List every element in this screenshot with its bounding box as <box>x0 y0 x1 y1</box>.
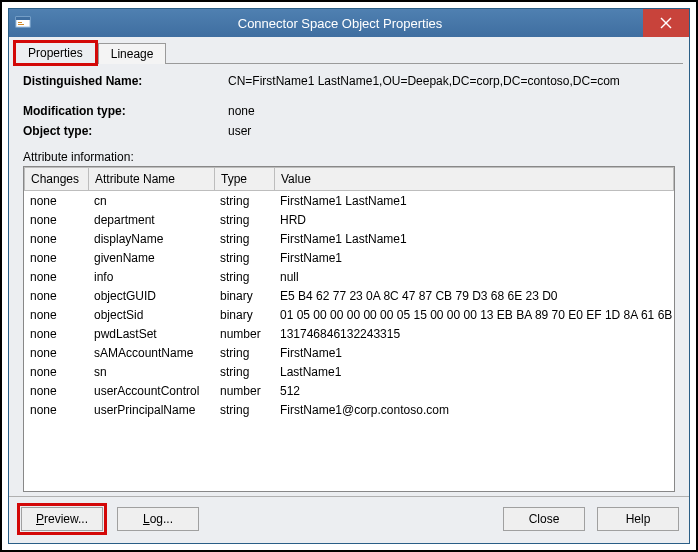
cell-type: string <box>214 267 274 286</box>
table-row[interactable]: nonedepartmentstringHRD <box>24 210 674 229</box>
attribute-info-label: Attribute information: <box>23 150 675 164</box>
cell-value: 512 <box>274 381 674 400</box>
object-type-label: Object type: <box>23 124 228 138</box>
cell-type: string <box>214 210 274 229</box>
attribute-grid[interactable]: Changes Attribute Name Type Value nonecn… <box>23 166 675 492</box>
table-row[interactable]: noneobjectSidbinary01 05 00 00 00 00 00 … <box>24 305 674 324</box>
close-button[interactable]: Close <box>503 507 585 531</box>
cell-value: HRD <box>274 210 674 229</box>
cell-value: FirstName1 <box>274 343 674 362</box>
log-button[interactable]: Log... <box>117 507 199 531</box>
log-button-label-rest: og... <box>150 512 173 526</box>
modification-type-value: none <box>228 104 675 118</box>
table-row-empty <box>24 457 674 476</box>
col-header-type[interactable]: Type <box>215 168 275 191</box>
cell-value: 131746846132243315 <box>274 324 674 343</box>
preview-button-label-rest: review... <box>44 512 88 526</box>
cell-value: 01 05 00 00 00 00 00 05 15 00 00 00 13 E… <box>274 305 674 324</box>
cell-name: displayName <box>88 229 214 248</box>
cell-name: objectGUID <box>88 286 214 305</box>
cell-type: string <box>214 343 274 362</box>
cell-changes: none <box>24 248 88 267</box>
cell-changes: none <box>24 210 88 229</box>
tab-strip: PropertiesLineage <box>15 41 683 64</box>
cell-type: binary <box>214 286 274 305</box>
table-row[interactable]: nonesAMAccountNamestringFirstName1 <box>24 343 674 362</box>
tab-lineage[interactable]: Lineage <box>98 43 167 64</box>
cell-type: string <box>214 362 274 381</box>
cell-name: sAMAccountName <box>88 343 214 362</box>
cell-changes: none <box>24 286 88 305</box>
table-row-empty <box>24 419 674 438</box>
window-title: Connector Space Object Properties <box>37 9 643 37</box>
table-row-empty <box>24 476 674 491</box>
cell-type: number <box>214 381 274 400</box>
cell-name: department <box>88 210 214 229</box>
cell-name: objectSid <box>88 305 214 324</box>
title-bar: Connector Space Object Properties <box>9 9 689 37</box>
table-row[interactable]: nonesnstringLastName1 <box>24 362 674 381</box>
screenshot-frame: Connector Space Object Properties Proper… <box>0 0 698 552</box>
cell-value: LastName1 <box>274 362 674 381</box>
cell-value: E5 B4 62 77 23 0A 8C 47 87 CB 79 D3 68 6… <box>274 286 674 305</box>
col-header-value[interactable]: Value <box>275 168 674 191</box>
cell-name: cn <box>88 191 214 210</box>
cell-value: null <box>274 267 674 286</box>
cell-name: info <box>88 267 214 286</box>
dn-value: CN=FirstName1 LastName1,OU=Deepak,DC=cor… <box>228 74 675 88</box>
preview-button-highlight: Preview... <box>19 505 105 533</box>
cell-value: FirstName1 LastName1 <box>274 191 674 210</box>
table-row-empty <box>24 438 674 457</box>
object-type-value: user <box>228 124 675 138</box>
cell-type: string <box>214 400 274 419</box>
svg-rect-3 <box>18 24 24 25</box>
table-row[interactable]: noneuserPrincipalNamestringFirstName1@co… <box>24 400 674 419</box>
cell-changes: none <box>24 381 88 400</box>
cell-type: string <box>214 191 274 210</box>
table-row[interactable]: nonepwdLastSetnumber131746846132243315 <box>24 324 674 343</box>
cell-name: sn <box>88 362 214 381</box>
table-row[interactable]: noneuserAccountControlnumber512 <box>24 381 674 400</box>
cell-changes: none <box>24 191 88 210</box>
cell-name: pwdLastSet <box>88 324 214 343</box>
app-icon <box>9 9 37 37</box>
cell-name: userAccountControl <box>88 381 214 400</box>
properties-panel: Distinguished Name: CN=FirstName1 LastNa… <box>9 64 689 496</box>
dialog-button-row: Preview... Log... Close Help <box>9 496 689 543</box>
cell-changes: none <box>24 400 88 419</box>
cell-changes: none <box>24 343 88 362</box>
cell-name: userPrincipalName <box>88 400 214 419</box>
cell-value: FirstName1@corp.contoso.com <box>274 400 674 419</box>
cell-changes: none <box>24 305 88 324</box>
close-window-button[interactable] <box>643 9 689 37</box>
cell-value: FirstName1 <box>274 248 674 267</box>
table-row[interactable]: nonedisplayNamestringFirstName1 LastName… <box>24 229 674 248</box>
tab-properties[interactable]: Properties <box>15 42 96 64</box>
cell-changes: none <box>24 267 88 286</box>
cell-changes: none <box>24 324 88 343</box>
table-row[interactable]: noneinfostringnull <box>24 267 674 286</box>
dialog-window: Connector Space Object Properties Proper… <box>8 8 690 544</box>
cell-type: number <box>214 324 274 343</box>
help-button[interactable]: Help <box>597 507 679 531</box>
col-header-attribute-name[interactable]: Attribute Name <box>89 168 215 191</box>
col-header-changes[interactable]: Changes <box>25 168 89 191</box>
cell-type: string <box>214 248 274 267</box>
cell-name: givenName <box>88 248 214 267</box>
cell-changes: none <box>24 362 88 381</box>
modification-type-label: Modification type: <box>23 104 228 118</box>
table-row[interactable]: noneobjectGUIDbinaryE5 B4 62 77 23 0A 8C… <box>24 286 674 305</box>
svg-rect-2 <box>18 22 22 23</box>
cell-type: string <box>214 229 274 248</box>
close-icon <box>660 17 672 29</box>
svg-rect-1 <box>16 17 30 20</box>
dn-label: Distinguished Name: <box>23 74 228 88</box>
cell-type: binary <box>214 305 274 324</box>
cell-changes: none <box>24 229 88 248</box>
preview-button[interactable]: Preview... <box>21 507 103 531</box>
table-row[interactable]: nonecnstringFirstName1 LastName1 <box>24 191 674 210</box>
table-row[interactable]: nonegivenNamestringFirstName1 <box>24 248 674 267</box>
cell-value: FirstName1 LastName1 <box>274 229 674 248</box>
